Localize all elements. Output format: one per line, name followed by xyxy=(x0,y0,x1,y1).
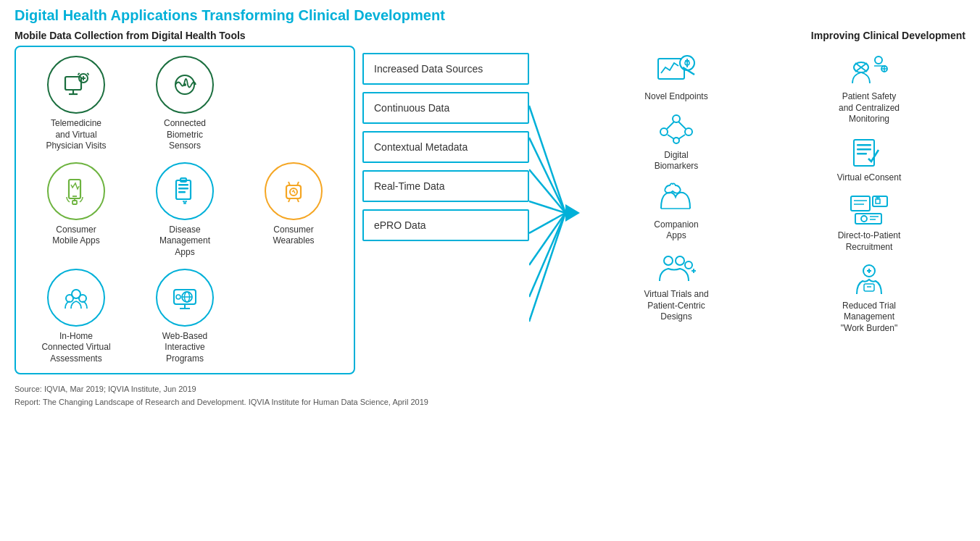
icon-grid: Telemedicineand VirtualPhysician Visits … xyxy=(23,56,346,364)
novel-endpoints-icon xyxy=(652,51,700,89)
funnel-arrow-svg xyxy=(529,90,580,336)
telemedicine-circle xyxy=(47,56,105,114)
svg-rect-17 xyxy=(286,185,301,198)
item-patient-safety: Patient Safetyand CentralizedMonitoring xyxy=(773,51,966,125)
footer: Source: IQVIA, Mar 2019; IQVIA Institute… xyxy=(14,383,966,408)
footer-line1: Source: IQVIA, Mar 2019; IQVIA Institute… xyxy=(14,383,966,396)
disease-mgmt-label: DiseaseManagementApps xyxy=(159,225,210,259)
patient-safety-label: Patient Safetyand CentralizedMonitoring xyxy=(839,91,900,125)
item-econsent: Virtual eConsent xyxy=(773,133,966,184)
web-based-circle xyxy=(156,269,214,327)
svg-line-33 xyxy=(529,106,565,213)
in-home-icon xyxy=(59,281,93,314)
svg-point-59 xyxy=(685,261,692,269)
svg-line-38 xyxy=(529,213,565,265)
svg-line-55 xyxy=(678,135,685,139)
content-area: Mobile Data Collection from Digital Heal… xyxy=(14,30,966,374)
svg-rect-73 xyxy=(857,153,867,155)
left-box: Telemedicineand VirtualPhysician Visits … xyxy=(14,46,355,374)
item-biometric: ConnectedBiometricSensors xyxy=(132,56,238,152)
companion-apps-label: CompanionApps xyxy=(654,219,698,242)
consumer-mobile-label: ConsumerMobile Apps xyxy=(52,225,99,247)
disease-mgmt-icon xyxy=(168,175,202,208)
improving-label: Improving Clinical Development xyxy=(811,30,966,41)
svg-rect-13 xyxy=(178,184,188,186)
svg-rect-15 xyxy=(178,191,186,193)
novel-endpoints-svg xyxy=(655,53,697,88)
item-digital-biomarkers: DigitalBiomarkers xyxy=(580,110,773,172)
svg-marker-41 xyxy=(565,204,580,222)
reduced-trial-icon xyxy=(845,261,893,298)
virtual-trials-svg xyxy=(655,251,697,285)
direct-patient-label: Direct-to-PatientRecruitment xyxy=(838,230,901,253)
virtual-trials-label: Virtual Trials andPatient-CentricDesigns xyxy=(644,289,708,323)
consumer-wear-icon xyxy=(277,175,310,208)
svg-point-32 xyxy=(176,295,180,299)
center-right-area: Improving Clinical Development Increased… xyxy=(362,30,966,374)
data-box-continuous: Continuous Data xyxy=(362,92,529,124)
svg-point-22 xyxy=(290,188,297,196)
consumer-mobile-circle xyxy=(47,162,105,220)
center-right-main: Increased Data Sources Continuous Data C… xyxy=(362,51,966,374)
funnel-arrow-area xyxy=(529,51,580,374)
web-based-label: Web-BasedInteractivePrograms xyxy=(162,331,207,365)
svg-rect-87 xyxy=(864,284,874,291)
svg-line-52 xyxy=(667,122,674,129)
in-home-circle xyxy=(47,269,105,327)
left-section: Mobile Data Collection from Digital Heal… xyxy=(14,30,355,374)
in-home-label: In-HomeConnected VirtualAssessments xyxy=(41,331,110,365)
svg-rect-12 xyxy=(176,180,191,199)
telemedicine-icon xyxy=(59,68,93,101)
biometric-icon xyxy=(168,68,202,101)
item-direct-patient: Direct-to-PatientRecruitment xyxy=(773,190,966,253)
companion-apps-icon xyxy=(652,180,700,217)
reduced-trial-svg xyxy=(848,262,890,297)
disease-mgmt-circle xyxy=(156,162,214,220)
companion-apps-svg xyxy=(655,181,697,216)
svg-rect-72 xyxy=(857,148,871,151)
svg-line-54 xyxy=(668,135,674,139)
item-web-based: Web-BasedInteractivePrograms xyxy=(132,269,238,365)
main-title: Digital Health Applications Transforming… xyxy=(14,7,966,24)
biometric-label: ConnectedBiometricSensors xyxy=(164,118,206,152)
data-box-increased: Increased Data Sources xyxy=(362,53,529,85)
direct-patient-svg xyxy=(848,192,890,227)
consumer-wear-label: ConsumerWearables xyxy=(273,225,314,247)
digital-biomarkers-icon xyxy=(652,110,700,148)
improving-col-1: Novel Endpoints xyxy=(580,51,773,374)
svg-point-81 xyxy=(861,216,867,222)
econsent-svg xyxy=(848,134,890,169)
footer-line2: Report: The Changing Landscape of Resear… xyxy=(14,396,966,409)
grid-spacer xyxy=(241,56,346,152)
svg-point-49 xyxy=(660,128,668,135)
svg-rect-74 xyxy=(851,196,870,211)
data-box-realtime: Real-Time Data xyxy=(362,170,529,202)
econsent-icon xyxy=(845,133,893,170)
reduced-trial-label: Reduced TrialManagement"Work Burden" xyxy=(841,301,897,335)
item-companion-apps: CompanionApps xyxy=(580,180,773,242)
svg-point-57 xyxy=(664,256,673,265)
data-box-epro: ePRO Data xyxy=(362,209,529,241)
consumer-wear-circle xyxy=(265,162,323,220)
item-reduced-trial: Reduced TrialManagement"Work Burden" xyxy=(773,261,966,335)
telemedicine-label: Telemedicineand VirtualPhysician Visits xyxy=(46,118,106,152)
item-telemedicine: Telemedicineand VirtualPhysician Visits xyxy=(23,56,129,152)
digital-biomarkers-label: DigitalBiomarkers xyxy=(655,150,699,172)
svg-line-53 xyxy=(678,122,686,129)
svg-rect-80 xyxy=(855,214,881,224)
patient-safety-svg xyxy=(848,53,890,88)
data-box-contextual: Contextual Metadata xyxy=(362,131,529,163)
svg-rect-10 xyxy=(72,201,77,204)
improving-cols: Novel Endpoints xyxy=(580,51,966,374)
grid-spacer2 xyxy=(241,269,346,365)
biometric-circle xyxy=(156,56,214,114)
svg-rect-14 xyxy=(178,188,188,190)
improving-area: Novel Endpoints xyxy=(580,51,966,374)
svg-point-25 xyxy=(79,295,86,302)
direct-patient-icon xyxy=(845,190,893,228)
item-virtual-trials: Virtual Trials andPatient-CentricDesigns xyxy=(580,249,773,323)
svg-point-58 xyxy=(676,256,684,265)
svg-point-65 xyxy=(875,56,882,64)
svg-rect-71 xyxy=(857,144,871,146)
data-boxes-area: Increased Data Sources Continuous Data C… xyxy=(362,51,529,374)
